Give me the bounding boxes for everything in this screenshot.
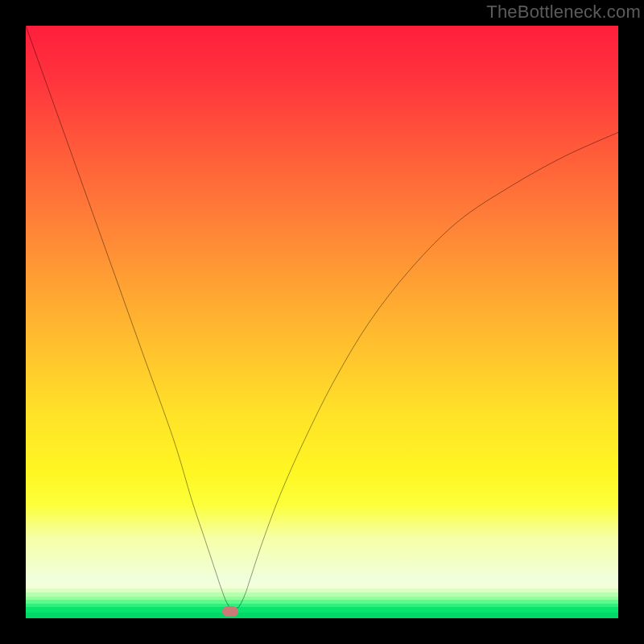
chart-frame: TheBottleneck.com <box>0 0 644 644</box>
plot-area <box>26 26 618 618</box>
minimum-marker <box>222 606 238 617</box>
watermark-text: TheBottleneck.com <box>486 2 641 23</box>
bottleneck-curve <box>26 26 618 618</box>
